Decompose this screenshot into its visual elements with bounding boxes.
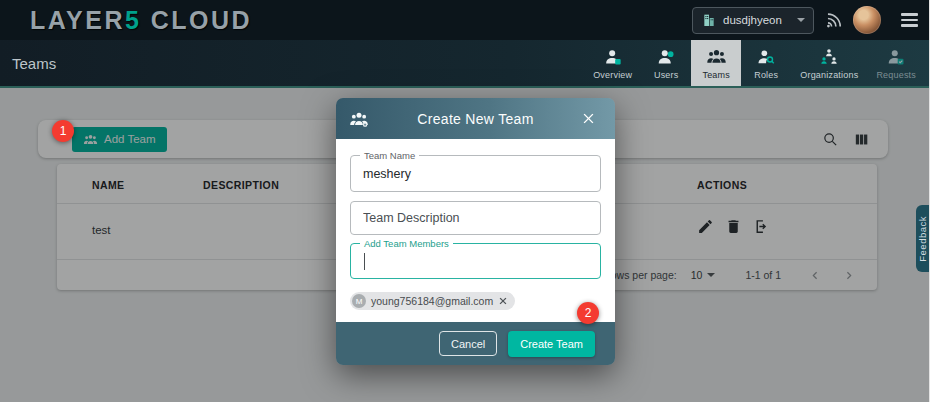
teams-icon [706, 46, 727, 67]
modal-header: Create New Team [336, 98, 615, 139]
team-members-field-wrapper: Add Team Members [350, 243, 601, 279]
users-icon [656, 47, 676, 67]
modal-title: Create New Team [336, 111, 615, 127]
team-members-label: Add Team Members [360, 238, 453, 249]
rss-icon [824, 11, 843, 30]
member-chip[interactable]: M young756184@gmail.com [350, 292, 515, 310]
notifications-rss-button[interactable] [824, 11, 843, 30]
tab-overview[interactable]: Overview [584, 40, 641, 86]
tour-step-1-badge[interactable]: 1 [52, 120, 74, 142]
tab-teams[interactable]: Teams [691, 40, 741, 86]
chip-remove-button[interactable] [498, 296, 508, 306]
modal-close-button[interactable] [581, 111, 596, 126]
logo-accent: 5 [125, 6, 141, 34]
requests-icon [886, 47, 906, 67]
chip-avatar: M [352, 294, 366, 308]
teams-sub-header: Teams Overview Users Teams Roles [0, 40, 929, 88]
logo-prefix: LAYER [30, 6, 125, 34]
layer5-cloud-logo: LAYER5 CLOUD [30, 6, 252, 35]
tab-requests[interactable]: Requests [867, 40, 925, 86]
organizations-icon [819, 47, 839, 67]
create-team-button[interactable]: Create Team [508, 331, 595, 357]
caret-down-icon [797, 18, 805, 22]
close-icon [581, 111, 596, 126]
org-selector-value: dusdjhyeon [723, 14, 791, 26]
user-avatar[interactable] [853, 6, 881, 34]
tour-step-2-badge[interactable]: 2 [577, 302, 599, 324]
chip-remove-icon [498, 296, 508, 306]
chip-email: young756184@gmail.com [371, 295, 493, 307]
team-description-input[interactable] [351, 202, 600, 234]
scrollbar-track[interactable] [929, 0, 938, 402]
cancel-button[interactable]: Cancel [439, 331, 497, 356]
top-app-bar: LAYER5 CLOUD dusdjhyeon [0, 0, 929, 40]
org-building-icon [701, 12, 717, 28]
modal-footer: Cancel Create Team [336, 322, 615, 365]
logo-suffix: CLOUD [151, 6, 252, 34]
page-title: Teams [12, 55, 56, 72]
section-nav: Overview Users Teams Roles Organizations [584, 40, 929, 86]
team-description-field-wrapper [350, 201, 601, 235]
team-name-label: Team Name [360, 150, 419, 161]
member-chips: M young756184@gmail.com [350, 292, 601, 310]
organization-selector[interactable]: dusdjhyeon [692, 7, 814, 34]
tab-roles[interactable]: Roles [741, 40, 791, 86]
text-cursor [364, 253, 365, 270]
roles-icon [756, 47, 776, 67]
overview-icon [603, 47, 623, 67]
tab-users[interactable]: Users [641, 40, 691, 86]
feedback-tab[interactable]: Feedback [916, 205, 929, 272]
team-name-field-wrapper: Team Name [350, 155, 601, 192]
create-new-team-modal: Create New Team Team Name Add Team Membe… [336, 98, 615, 365]
tab-organizations[interactable]: Organizations [791, 40, 867, 86]
modal-body: Team Name Add Team Members M young756184… [336, 139, 615, 322]
menu-icon[interactable] [901, 13, 918, 26]
